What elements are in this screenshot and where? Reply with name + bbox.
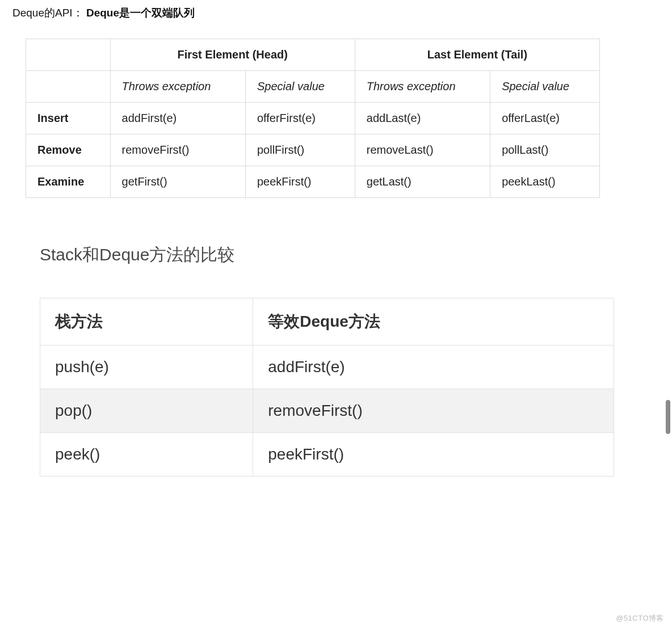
cell-stack: push(e) xyxy=(40,345,253,389)
subheader-throws-2: Throws exception xyxy=(355,71,490,103)
section-title: Stack和Deque方法的比较 xyxy=(0,198,672,267)
row-label: Insert xyxy=(26,103,111,134)
deque-api-table: First Element (Head) Last Element (Tail)… xyxy=(26,39,600,198)
cell: peekFirst() xyxy=(245,166,355,198)
intro-line: Deque的API： Deque是一个双端队列 xyxy=(0,0,672,22)
table-header-row: First Element (Head) Last Element (Tail) xyxy=(26,39,600,71)
subheader-throws-1: Throws exception xyxy=(110,71,245,103)
header-stack: 栈方法 xyxy=(40,298,253,345)
stack-deque-compare-table: 栈方法 等效Deque方法 push(e) addFirst(e) pop() … xyxy=(40,298,614,477)
subheader-special-2: Special value xyxy=(490,71,600,103)
header-deque: 等效Deque方法 xyxy=(253,298,614,345)
cell: pollLast() xyxy=(490,134,600,166)
header-last: Last Element (Tail) xyxy=(355,39,599,71)
table-row: pop() removeFirst() xyxy=(40,389,614,433)
cell: offerLast(e) xyxy=(490,103,600,134)
table-row: Insert addFirst(e) offerFirst(e) addLast… xyxy=(26,103,600,134)
compare-table-wrap: 栈方法 等效Deque方法 push(e) addFirst(e) pop() … xyxy=(0,267,672,477)
table-subheader-row: Throws exception Special value Throws ex… xyxy=(26,71,600,103)
cell-stack: pop() xyxy=(40,389,253,433)
cell: offerFirst(e) xyxy=(245,103,355,134)
subheader-special-1: Special value xyxy=(245,71,355,103)
row-label: Remove xyxy=(26,134,111,166)
table-header-row: 栈方法 等效Deque方法 xyxy=(40,298,614,345)
scrollbar-thumb[interactable] xyxy=(666,400,670,434)
cell: pollFirst() xyxy=(245,134,355,166)
row-label: Examine xyxy=(26,166,111,198)
cell: getLast() xyxy=(355,166,490,198)
header-empty xyxy=(26,39,111,71)
cell-deque: peekFirst() xyxy=(253,433,614,477)
cell: addLast(e) xyxy=(355,103,490,134)
api-table-wrap: First Element (Head) Last Element (Tail)… xyxy=(0,22,672,198)
cell-stack: peek() xyxy=(40,433,253,477)
cell: getFirst() xyxy=(110,166,245,198)
table-row: Examine getFirst() peekFirst() getLast()… xyxy=(26,166,600,198)
subheader-empty xyxy=(26,71,111,103)
cell: peekLast() xyxy=(490,166,600,198)
cell: addFirst(e) xyxy=(110,103,245,134)
table-row: Remove removeFirst() pollFirst() removeL… xyxy=(26,134,600,166)
intro-bold: Deque是一个双端队列 xyxy=(86,7,195,19)
cell: removeLast() xyxy=(355,134,490,166)
watermark-text: @51CTO博客 xyxy=(616,613,664,623)
table-row: peek() peekFirst() xyxy=(40,433,614,477)
cell: removeFirst() xyxy=(110,134,245,166)
header-first: First Element (Head) xyxy=(110,39,355,71)
intro-prefix: Deque的API： xyxy=(12,7,83,19)
cell-deque: addFirst(e) xyxy=(253,345,614,389)
cell-deque: removeFirst() xyxy=(253,389,614,433)
table-row: push(e) addFirst(e) xyxy=(40,345,614,389)
